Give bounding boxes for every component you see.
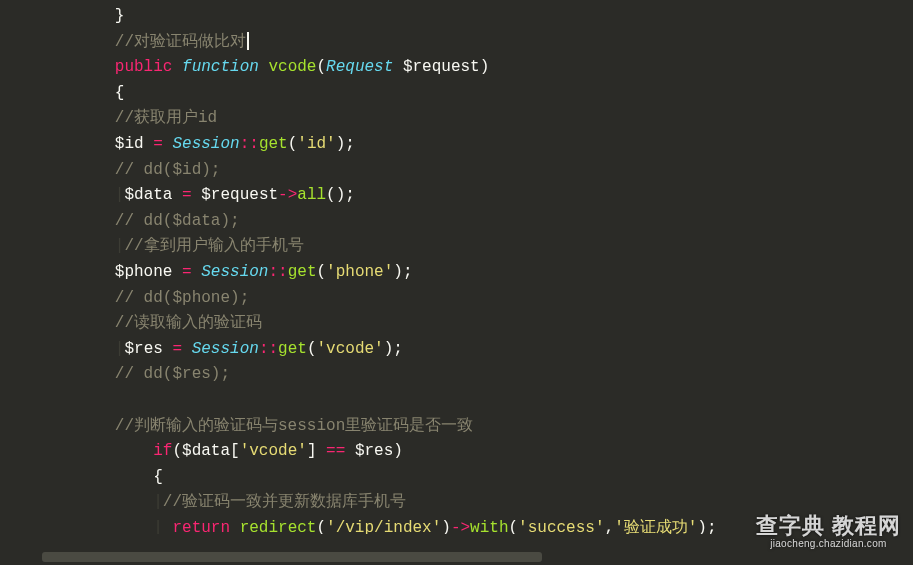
code-line[interactable] xyxy=(0,388,913,414)
code-line[interactable]: |$data = $request->all(); xyxy=(0,183,913,209)
token-punctuation: ); xyxy=(697,519,716,534)
token-punctuation: { xyxy=(115,84,125,102)
code-line[interactable]: |$res = Session::get('vcode'); xyxy=(0,337,913,363)
token-double-colon: :: xyxy=(240,135,259,153)
code-line[interactable]: // dd($res); xyxy=(0,362,913,388)
text-cursor xyxy=(247,32,249,50)
token-indent-guide: | xyxy=(153,519,172,534)
token-comment: // dd($id); xyxy=(115,161,221,179)
token-punctuation: ) xyxy=(480,58,490,76)
token-string: 'vcode' xyxy=(240,442,307,460)
code-line[interactable]: public function vcode(Request $request) xyxy=(0,55,913,81)
code-content[interactable]: // dd($res); xyxy=(38,362,913,388)
token-function-name: get xyxy=(278,340,307,358)
code-line[interactable]: // dd($id); xyxy=(0,158,913,184)
code-content[interactable]: public function vcode(Request $request) xyxy=(38,55,913,81)
watermark-en: jiaocheng.chazidian.com xyxy=(756,538,901,549)
code-content[interactable]: |//拿到用户输入的手机号 xyxy=(38,234,913,260)
code-content[interactable]: //读取输入的验证码 xyxy=(38,311,913,337)
code-content[interactable]: { xyxy=(38,81,913,107)
token-arrow: -> xyxy=(278,186,297,204)
horizontal-scrollbar-thumb[interactable] xyxy=(42,552,542,562)
token-comment: // dd($data); xyxy=(115,212,240,230)
token-plain xyxy=(345,442,355,460)
code-content[interactable]: // dd($phone); xyxy=(38,286,913,312)
code-content[interactable]: //判断输入的验证码与session里验证码是否一致 xyxy=(38,414,913,440)
code-content[interactable] xyxy=(38,388,913,414)
token-punctuation: ); xyxy=(393,263,412,281)
token-plain xyxy=(182,340,192,358)
code-content[interactable]: |$data = $request->all(); xyxy=(38,183,913,209)
code-content[interactable]: $id = Session::get('id'); xyxy=(38,132,913,158)
code-content[interactable]: } xyxy=(38,4,913,30)
code-line[interactable]: //获取用户id xyxy=(0,106,913,132)
token-classname: Session xyxy=(201,263,268,281)
code-line[interactable]: // dd($phone); xyxy=(0,286,913,312)
token-punctuation: { xyxy=(153,468,163,486)
token-plain xyxy=(230,519,240,534)
token-function-name: all xyxy=(297,186,326,204)
code-line[interactable]: } xyxy=(0,4,913,30)
token-comment: //读取输入的验证码 xyxy=(115,314,262,332)
token-operator: == xyxy=(326,442,345,460)
token-function-name: vcode xyxy=(268,58,316,76)
code-line[interactable]: //判断输入的验证码与session里验证码是否一致 xyxy=(0,414,913,440)
code-content[interactable]: // dd($id); xyxy=(38,158,913,184)
token-keyword: public xyxy=(115,58,173,76)
token-plain xyxy=(393,58,403,76)
token-variable: $res xyxy=(355,442,393,460)
token-plain xyxy=(316,442,326,460)
token-string: 'vcode' xyxy=(317,340,384,358)
token-variable: $phone xyxy=(115,263,173,281)
token-plain xyxy=(172,58,182,76)
token-punctuation: ) xyxy=(393,442,403,460)
token-punctuation: ( xyxy=(316,58,326,76)
code-line[interactable]: $phone = Session::get('phone'); xyxy=(0,260,913,286)
token-function-name: with xyxy=(470,519,508,534)
token-comment: // dd($res); xyxy=(115,365,230,383)
token-indent-guide: | xyxy=(153,493,163,511)
token-function-name: redirect xyxy=(240,519,317,534)
code-line[interactable]: // dd($data); xyxy=(0,209,913,235)
token-variable: $data xyxy=(124,186,172,204)
token-plain xyxy=(144,135,154,153)
token-double-colon: :: xyxy=(259,340,278,358)
token-plain xyxy=(192,263,202,281)
token-variable: $data xyxy=(182,442,230,460)
token-storage: function xyxy=(182,58,259,76)
token-classname: Session xyxy=(172,135,239,153)
code-line[interactable]: { xyxy=(0,81,913,107)
code-content[interactable]: // dd($data); xyxy=(38,209,913,235)
token-comment: //验证码一致并更新数据库手机号 xyxy=(163,493,406,511)
code-line[interactable]: if($data['vcode'] == $res) xyxy=(0,439,913,465)
code-content[interactable]: |$res = Session::get('vcode'); xyxy=(38,337,913,363)
token-variable: $id xyxy=(115,135,144,153)
watermark: 查字典 教程网 jiaocheng.chazidian.com xyxy=(756,514,901,549)
code-content[interactable]: //对验证码做比对 xyxy=(38,30,913,56)
code-line[interactable]: //对验证码做比对 xyxy=(0,30,913,56)
code-line[interactable]: |//拿到用户输入的手机号 xyxy=(0,234,913,260)
token-punctuation: ); xyxy=(384,340,403,358)
token-variable: $res xyxy=(124,340,162,358)
token-punctuation: ( xyxy=(316,263,326,281)
token-punctuation: ( xyxy=(509,519,519,534)
code-line[interactable]: //读取输入的验证码 xyxy=(0,311,913,337)
token-classname: Session xyxy=(192,340,259,358)
code-content[interactable]: { xyxy=(38,465,913,491)
token-punctuation: ( xyxy=(172,442,182,460)
code-line[interactable]: $id = Session::get('id'); xyxy=(0,132,913,158)
code-editor[interactable]: } //对验证码做比对 public function vcode(Reques… xyxy=(0,0,913,534)
token-double-colon: :: xyxy=(268,263,287,281)
token-function-name: get xyxy=(288,263,317,281)
code-content[interactable]: //获取用户id xyxy=(38,106,913,132)
token-classname: Request xyxy=(326,58,393,76)
token-punctuation: [ xyxy=(230,442,240,460)
code-line[interactable]: { xyxy=(0,465,913,491)
code-content[interactable]: $phone = Session::get('phone'); xyxy=(38,260,913,286)
token-punctuation: ); xyxy=(336,135,355,153)
token-comment: //对验证码做比对 xyxy=(115,33,246,51)
token-comment: //获取用户id xyxy=(115,109,217,127)
token-indent-guide: | xyxy=(115,186,125,204)
token-punctuation: ( xyxy=(288,135,298,153)
code-content[interactable]: if($data['vcode'] == $res) xyxy=(38,439,913,465)
